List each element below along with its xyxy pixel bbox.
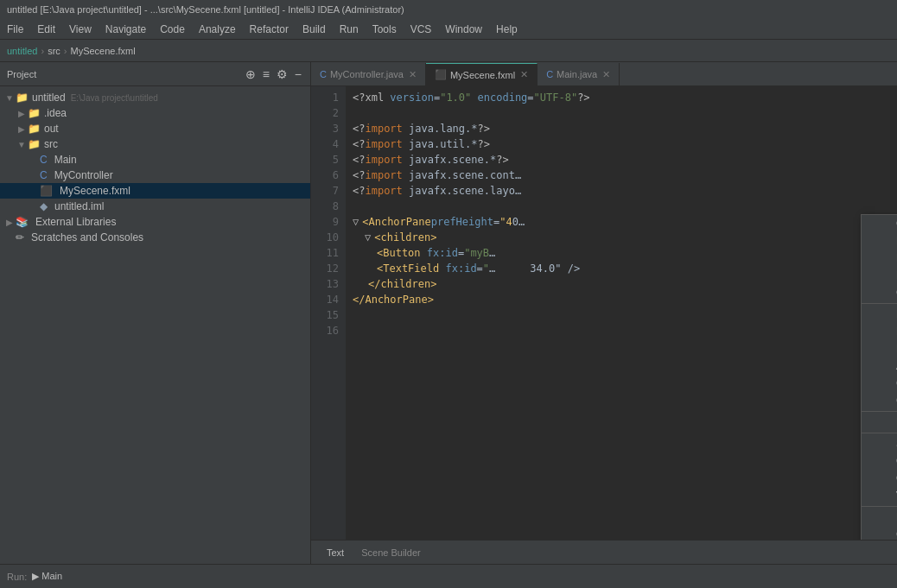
tree-item-iml[interactable]: ◆ untitled.iml — [0, 199, 310, 214]
cm-folding[interactable]: Folding › — [862, 340, 897, 357]
tree-arrow-out: ▶ — [16, 124, 28, 134]
bottom-tab-scene-builder[interactable]: Scene Builder — [353, 546, 429, 560]
code-line-6: <?import javafx.scene.cont… — [353, 168, 890, 183]
cm-column-selection[interactable]: Column Selection Mode Alt+Shift+Insert — [862, 284, 897, 301]
tree-item-out[interactable]: ▶ 📁 out — [0, 121, 310, 136]
tree-arrow-src: ▼ — [16, 140, 28, 149]
cm-goto[interactable]: Go To › — [862, 375, 897, 392]
cm-find-usages[interactable]: Find Usages Alt+F7 — [862, 306, 897, 323]
tree-label-ext: External Libraries — [35, 216, 116, 228]
cm-sep-3 — [862, 433, 897, 433]
run-bar: Run: ▶ Main — [0, 564, 897, 588]
tab-icon-mycontroller: C — [320, 69, 327, 79]
tree-arrow-ext: ▶ — [3, 218, 16, 227]
menu-vcs[interactable]: VCS — [404, 22, 439, 37]
cm-recompile[interactable]: Recompile 'MySecene.fxml' Ctrl+Shift+F9 — [862, 414, 897, 431]
cm-generate[interactable]: Generate... Alt+Insert — [862, 392, 897, 409]
menu-refactor[interactable]: Refactor — [243, 22, 296, 37]
iml-icon: ◆ — [40, 200, 48, 212]
tree-label-main: Main — [54, 154, 77, 166]
tab-close-main[interactable]: ✕ — [602, 69, 610, 80]
tree-item-main[interactable]: C Main — [0, 152, 310, 168]
tree-item-ext-libraries[interactable]: ▶ 📚 External Libraries — [0, 214, 310, 230]
sidebar-actions: ⊕ ≡ ⚙ − — [244, 66, 303, 83]
tree-item-scratches[interactable]: ✏ Scratches and Consoles — [0, 230, 310, 245]
cm-sep-4 — [862, 506, 897, 507]
tree-item-myscene[interactable]: ⬛ MySecene.fxml — [0, 183, 310, 199]
menu-analyze[interactable]: Analyze — [192, 22, 243, 37]
sidebar-close-btn[interactable]: − — [293, 66, 303, 83]
tree-label-mycontroller: MyController — [54, 169, 113, 181]
cm-paste-no-format[interactable]: Paste without Formatting Ctrl+Alt+Shift+… — [862, 267, 897, 284]
editor-bottom-tabs: Text Scene Builder — [311, 540, 897, 564]
menu-code[interactable]: Code — [153, 22, 192, 37]
tree-label-out: out — [44, 123, 59, 135]
tab-myscene[interactable]: ⬛ MySecene.fxml ✕ — [426, 63, 538, 85]
menu-help[interactable]: Help — [489, 22, 525, 37]
editor-tabs: C MyController.java ✕ ⬛ MySecene.fxml ✕ … — [311, 62, 897, 86]
cm-sep-1 — [862, 303, 897, 304]
cm-validate[interactable]: Validate — [862, 487, 897, 504]
breadcrumb-untitled[interactable]: untitled — [7, 46, 37, 56]
menu-bar: File Edit View Navigate Code Analyze Ref… — [0, 19, 897, 40]
menu-file[interactable]: File — [0, 22, 30, 37]
tree-label-untitled: untitled — [32, 92, 66, 104]
tab-icon-myscene: ⬛ — [435, 69, 447, 80]
project-tree: ▼ 📁 untitled E:\Java project\untitled ▶ … — [0, 86, 310, 249]
scratches-icon: ✏ — [16, 231, 24, 243]
code-line-8 — [353, 199, 890, 214]
breadcrumb: untitled › src › MySecene.fxml — [0, 40, 897, 62]
code-line-3: <?import java.lang.*?> — [353, 121, 890, 136]
sidebar-collapse-btn[interactable]: ≡ — [261, 66, 271, 83]
menu-window[interactable]: Window — [438, 22, 489, 37]
menu-navigate[interactable]: Navigate — [99, 22, 153, 37]
tree-label-idea: .idea — [44, 107, 67, 119]
menu-view[interactable]: View — [62, 22, 99, 37]
tree-item-src[interactable]: ▼ 📁 src — [0, 136, 310, 152]
tree-label-iml: untitled.iml — [54, 200, 104, 212]
tab-main[interactable]: C Main.java ✕ — [538, 63, 620, 85]
tree-item-untitled[interactable]: ▼ 📁 untitled E:\Java project\untitled — [0, 90, 310, 105]
cm-show-explorer[interactable]: Show in Explorer — [862, 435, 897, 452]
menu-edit[interactable]: Edit — [30, 22, 62, 37]
cm-paste-history[interactable]: Paste from History... Ctrl+Shift+V — [862, 250, 897, 267]
tree-label-myscene: MySecene.fxml — [60, 185, 130, 197]
tab-close-mycontroller[interactable]: ✕ — [409, 69, 417, 80]
folder-icon-out: 📁 — [28, 123, 41, 135]
sidebar-locate-btn[interactable]: ⊕ — [244, 66, 258, 83]
code-line-4: <?import java.util.*?> — [353, 136, 890, 152]
code-line-9: ▽<AnchorPane prefHeight="40… — [353, 214, 890, 230]
tab-mycontroller[interactable]: C MyController.java ✕ — [311, 63, 426, 85]
code-line-2 — [353, 105, 890, 121]
tree-label-src: src — [44, 138, 58, 150]
tab-label-mycontroller: MyController.java — [330, 69, 404, 79]
code-line-15 — [353, 307, 890, 323]
tab-label-myscene: MySecene.fxml — [450, 70, 515, 80]
breadcrumb-file[interactable]: MySecene.fxml — [71, 46, 136, 56]
cm-compare-clipboard[interactable]: Compare with Clipboard — [862, 526, 897, 540]
cm-analyze[interactable]: Analyze › — [862, 357, 897, 375]
tab-close-myscene[interactable]: ✕ — [520, 69, 528, 80]
tab-label-main: Main.java — [557, 69, 597, 79]
code-content[interactable]: <?xml version="1.0" encoding="UTF-8"?> <… — [346, 86, 897, 540]
code-line-13: </children> — [353, 276, 890, 292]
bottom-tab-text[interactable]: Text — [318, 546, 353, 560]
tree-item-idea[interactable]: ▶ 📁 .idea — [0, 105, 310, 121]
menu-tools[interactable]: Tools — [366, 22, 404, 37]
tree-arrow-idea: ▶ — [16, 109, 28, 118]
editor-panel: C MyController.java ✕ ⬛ MySecene.fxml ✕ … — [311, 62, 897, 564]
cm-refactor[interactable]: Refactor › — [862, 323, 897, 340]
cm-open-terminal[interactable]: Open in Terminal — [862, 452, 897, 470]
cm-paste[interactable]: Paste Ctrl+V — [862, 232, 897, 250]
sidebar-header: Project ⊕ ≡ ⚙ − — [0, 62, 310, 86]
sidebar-settings-btn[interactable]: ⚙ — [275, 66, 289, 83]
sidebar-title: Project — [7, 69, 244, 79]
menu-build[interactable]: Build — [296, 22, 333, 37]
breadcrumb-src[interactable]: src — [48, 46, 60, 56]
cm-copy-reference[interactable]: Copy Reference Ctrl+Alt+Shift+C — [862, 215, 897, 232]
title-text: untitled [E:\Java project\untitled] - ..… — [7, 4, 404, 15]
menu-run[interactable]: Run — [333, 22, 366, 37]
cm-open-browser[interactable]: Open in Browser › — [862, 470, 897, 487]
tree-item-mycontroller[interactable]: C MyController — [0, 168, 310, 183]
cm-local-history[interactable]: Local History › — [862, 509, 897, 526]
